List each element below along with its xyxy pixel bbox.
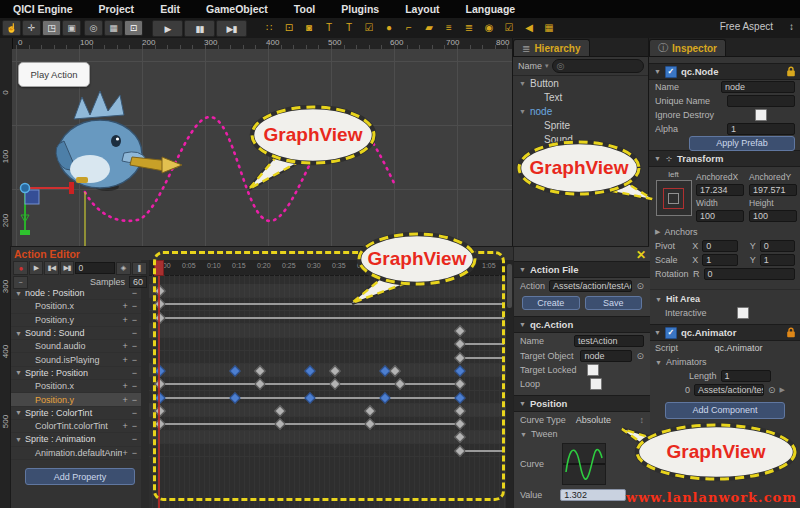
remove-button[interactable]: − (132, 315, 137, 325)
track-row-position-y[interactable]: Position.y+− (11, 393, 141, 406)
keyframe-diamond[interactable] (454, 325, 465, 336)
track-row-sprite-colortint[interactable]: ▼Sprite : ColorTint− (11, 407, 141, 420)
toggle-icon[interactable]: ☑ (360, 20, 378, 35)
collapse-arrow-icon[interactable]: ▼ (654, 329, 661, 336)
panel-icon[interactable]: ▰ (420, 20, 438, 35)
name-field[interactable]: node (721, 81, 795, 93)
object-picker-icon[interactable]: ⊙ (768, 385, 776, 395)
filter-dropdown-icon[interactable]: ▾ (545, 62, 549, 70)
grid-icon[interactable]: ▦ (104, 20, 123, 36)
pause-button[interactable]: ▮▮ (184, 20, 215, 37)
hierarchy-item-sound[interactable]: Sound (513, 132, 649, 146)
collapse-arrow-icon[interactable]: ▼ (655, 296, 662, 303)
curve-type-value[interactable]: Absolute (576, 415, 611, 425)
ignore-destroy-checkbox[interactable] (755, 109, 767, 121)
disc-icon[interactable]: ◉ (480, 20, 498, 35)
y-axis-knob[interactable] (20, 230, 30, 235)
track-row-sprite-position[interactable]: ▼Sprite : Position− (11, 367, 141, 380)
tree-arrow-icon[interactable]: ▼ (519, 80, 530, 87)
timeline-row[interactable] (149, 364, 506, 377)
keyframe-diamond[interactable] (154, 312, 165, 323)
menu-item-tool[interactable]: Tool (281, 3, 328, 15)
add-key-button[interactable]: + (122, 315, 127, 325)
menu-item-plugins[interactable]: Plugins (328, 3, 392, 15)
sound-icon[interactable]: ◀ (520, 20, 538, 35)
uitext-icon[interactable]: T (340, 20, 358, 35)
corner-icon[interactable]: ⌐ (400, 20, 418, 35)
prev-frame-button[interactable]: ▮◀ (44, 261, 59, 275)
object-picker-icon[interactable]: ⊙ (636, 281, 644, 291)
text-icon[interactable]: T (320, 20, 338, 35)
add-event-icon[interactable]: ❚ (132, 262, 147, 275)
scene-view[interactable]: Play Action (12, 49, 512, 246)
menu-item-language[interactable]: Language (453, 3, 529, 15)
action-path-field[interactable]: Assets/action/testActio (549, 280, 632, 292)
remove-button[interactable]: − (132, 368, 137, 378)
checkbox-icon[interactable]: ☑ (500, 20, 518, 35)
timeline-row[interactable] (149, 284, 506, 297)
keyframe-diamond[interactable] (254, 379, 265, 390)
track-row-colortint-colortint[interactable]: ColorTint.colorTint+− (11, 420, 141, 433)
alpha-field[interactable]: 1 (727, 123, 795, 135)
menu-item-qici-engine[interactable]: QICI Engine (0, 3, 86, 15)
keyframe-diamond[interactable] (254, 365, 265, 376)
keyframe-diamond[interactable] (454, 352, 465, 363)
record-button[interactable]: ● (13, 261, 28, 275)
remove-button[interactable]: − (132, 355, 137, 365)
qc-animator-header[interactable]: ▼ ✓ qc.Animator (649, 324, 800, 341)
collapse-arrow-icon[interactable]: ▼ (655, 359, 662, 366)
remove-button[interactable]: − (132, 341, 137, 351)
add-key-button[interactable]: + (122, 381, 127, 391)
sprite-icon[interactable]: ◙ (300, 20, 318, 35)
keyframe-diamond[interactable] (154, 286, 165, 297)
collapse-arrow-icon[interactable]: ▼ (654, 68, 661, 75)
x-axis-knob[interactable] (69, 182, 74, 194)
frame-input[interactable]: 0 (75, 262, 115, 274)
keyframe-diamond[interactable] (304, 365, 315, 376)
keyframe-diamond[interactable] (274, 419, 285, 430)
tree-arrow-icon[interactable]: ▼ (15, 369, 22, 376)
timeline-row[interactable] (149, 298, 506, 311)
timeline-row[interactable] (149, 378, 506, 391)
timeline-row[interactable] (149, 444, 506, 457)
keyframe-diamond[interactable] (379, 392, 390, 403)
hand-tool-icon[interactable]: ☝ (2, 20, 21, 36)
keyframe-diamond[interactable] (454, 379, 465, 390)
expand-arrow-icon[interactable]: ▶ (780, 386, 785, 394)
tree-arrow-icon[interactable]: ▼ (15, 330, 22, 337)
menu-item-layout[interactable]: Layout (392, 3, 452, 15)
hierarchy-item-text[interactable]: Text (513, 90, 649, 104)
step-button[interactable]: ▶▮ (216, 20, 247, 37)
keyframe-diamond[interactable] (154, 299, 165, 310)
add-property-button[interactable]: Add Property (25, 468, 135, 485)
tree-arrow-icon[interactable]: ▼ (15, 436, 22, 443)
track-row-position-y[interactable]: Position.y+− (11, 314, 141, 327)
lock-icon[interactable] (786, 66, 796, 77)
keyframe-diamond[interactable] (389, 365, 400, 376)
move-tool-icon[interactable]: ✛ (22, 20, 41, 36)
animator-asset-field[interactable]: Assets/action/tes (694, 384, 764, 396)
add-key-button[interactable]: + (122, 301, 127, 311)
remove-button[interactable]: − (132, 408, 137, 418)
keyframe-diamond[interactable] (229, 392, 240, 403)
track-row-sound-sound[interactable]: ▼Sound : Sound− (11, 327, 141, 340)
remove-button[interactable]: − (132, 328, 137, 338)
scale-y-field[interactable]: 1 (760, 254, 795, 266)
timeline-row[interactable] (149, 351, 506, 364)
add-key-button[interactable]: + (122, 355, 127, 365)
rect-select-icon[interactable]: ⊡ (124, 20, 143, 36)
keyframe-diamond[interactable] (154, 365, 165, 376)
remove-button[interactable]: − (132, 421, 137, 431)
add-key-button[interactable]: + (122, 421, 127, 431)
close-button[interactable]: ✕ (636, 248, 646, 262)
timeline-row[interactable] (149, 338, 506, 351)
keyframe-diamond[interactable] (329, 379, 340, 390)
track-row-sound-audio[interactable]: Sound.audio+− (11, 340, 141, 353)
width-field[interactable]: 100 (696, 210, 744, 222)
lock-icon[interactable] (786, 327, 796, 338)
tree-arrow-icon[interactable]: ▼ (15, 290, 22, 297)
hierarchy-item-button[interactable]: ▼Button (513, 76, 649, 90)
keyframe-diamond[interactable] (454, 405, 465, 416)
add-keyframe-icon[interactable]: ◈ (116, 262, 131, 275)
timeline-ruler[interactable]: 0:000:050:100:150:200:250:300:350:400:45… (149, 260, 506, 276)
